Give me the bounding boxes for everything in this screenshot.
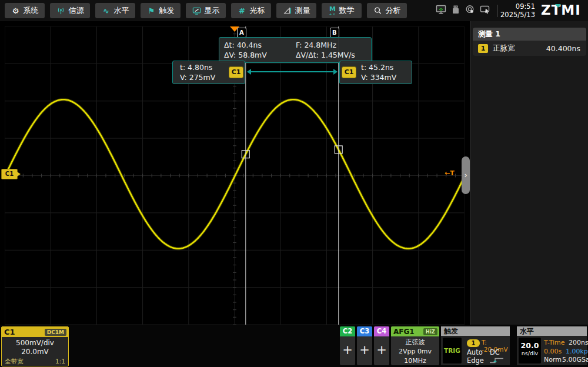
measurement-widget: 测量 1 1 正脉宽 40.400ns [473,28,586,56]
cursor-b-readout: t: 45.2ns V: 334mV C1 [339,61,412,84]
cursor-a-voltage: V: 275mV [180,72,215,82]
trigger-type: Edge [467,356,484,365]
horizontal-panel-title: 水平 [517,326,587,336]
menu-source-button[interactable]: 信源 [50,3,90,18]
menu-display-button[interactable]: 显示 [186,3,226,18]
menu-cursor-button[interactable]: # 光标 [231,3,271,18]
delta-v-value: ΔV: 58.8mV [224,51,296,59]
touch-gesture-icon[interactable] [465,5,475,17]
channel4-add-box[interactable]: C4 + [374,326,389,365]
measurement-name: 正脉宽 [493,44,515,54]
plus-icon[interactable]: + [340,336,355,363]
gear-icon: ⚙ [11,6,21,15]
menu-source-label: 信源 [69,5,84,16]
afg-amplitude: 2Vpp 0mv [391,347,439,356]
cursor-a-readout: t: 4.80ns V: 275mV C1 [172,61,245,84]
acquisition-mode: Norm [544,356,562,363]
trigger-status-indicator: TRIG [443,338,462,363]
oscilloscope-app: ⚙ 系统 信源 ∿ 水平 ⚑ 触发 显示 # 光标 [0,0,588,367]
channel1-coupling-badge: DC1M [45,329,66,336]
display-icon [192,6,202,15]
clock-date: 2025/5/13 [500,11,535,19]
trigger-sweep-mode: Auto [467,348,483,356]
channel1-name: C1 [4,328,15,336]
measurement-index-badge: 1 [478,44,488,53]
sample-rate-value: 5.00GSa/s [562,356,588,363]
cursor-a-handle[interactable]: A [237,28,246,38]
channel1-offset: 20.0mV [2,348,68,356]
channel1-scale: 500mV/div [2,339,68,348]
menubar: ⚙ 系统 信源 ∿ 水平 ⚑ 触发 显示 # 光标 [0,0,588,21]
trigger-panel[interactable]: 触发 TRIG 1 T: -20.0mV Auto DC Edge [441,326,510,365]
usb-icon [451,5,460,17]
menu-trigger-label: 触发 [159,5,175,16]
menu-measure-label: 测量 [295,5,310,16]
trigger-level-marker[interactable]: ←T [445,169,455,177]
logo-accent-icon [555,4,561,8]
freq-value: F: 24.8MHz [296,41,366,49]
plus-icon[interactable]: + [357,336,372,363]
timebase-value: 20.0 [519,341,541,350]
cursor-b-channel-badge: C1 [342,66,356,78]
channel1-bandwidth: 全带宽 [5,358,24,366]
plus-icon[interactable]: + [374,336,389,363]
menu-display-label: 显示 [205,5,220,16]
channel3-name: C3 [357,326,372,336]
afg-frequency: 10MHz [391,356,439,365]
menu-trigger-button[interactable]: ⚑ 触发 [141,3,181,18]
horizontal-panel[interactable]: 水平 20.0 ns/div T-Time 200ns 0.00s 1.00kp… [517,326,587,365]
menu-horizontal-button[interactable]: ∿ 水平 [95,3,135,18]
cursor-delta-readout: Δt: 40.4ns F: 24.8MHz ΔV: 58.8mV ΔV/Δt: … [219,37,372,63]
cursor-b-time: t: 45.2ns [361,62,396,72]
network-icon [436,5,446,17]
channel1-probe-ratio: 1:1 [55,358,65,366]
channel1-ground-marker[interactable]: C1 [1,169,18,179]
record-points-value: 1.00kpts [566,348,588,355]
bottom-status-bar: C1 DC1M 500mV/div 20.0mV 全带宽 1:1 C2 + C3… [0,325,588,367]
trigger-panel-title: 触发 [441,326,510,336]
measure-panel: 测量 1 1 正脉宽 40.400ns [470,21,588,325]
clock: 09:51 2025/5/13 [500,2,535,19]
broadcast-icon [56,6,66,15]
menu-analyze-button[interactable]: 分析 [367,3,407,18]
menu-system-button[interactable]: ⚙ 系统 [5,3,45,18]
horizontal-delay-value: 0.00s [544,348,562,355]
measurement-row[interactable]: 1 正脉宽 40.400ns [473,41,586,56]
menu-math-label: 数学 [339,5,355,16]
channel1-box[interactable]: C1 DC1M 500mV/div 20.0mV 全带宽 1:1 [1,326,69,366]
measurement-panel-title: 测量 1 [473,28,586,41]
time-range-value: 200ns [569,339,588,346]
channel2-add-box[interactable]: C2 + [340,326,355,365]
menu-cursor-label: 光标 [250,5,265,16]
menu-analyze-label: 分析 [386,5,401,16]
cursor-b-voltage: V: 334mV [361,72,396,82]
vertical-scrollbar[interactable]: › [462,156,470,194]
channel3-add-box[interactable]: C3 + [357,326,372,365]
timebase-scale-box: 20.0 ns/div [519,338,541,363]
afg-name: AFG1 [393,328,415,336]
menu-system-label: 系统 [24,5,39,16]
menu-math-button[interactable]: M+× 数学 [322,3,362,18]
afg-box[interactable]: AFG1 HiZ 正弦波 2Vpp 0mv 10MHz [391,326,439,365]
t-time-label: T-Time [544,339,565,346]
status-icons [436,5,490,17]
cursor-a-time: t: 4.80ns [180,62,215,72]
measure-triangle-icon [283,6,292,15]
magnifier-icon [373,6,383,15]
rising-edge-icon [488,356,506,366]
grid-cursor-icon: # [238,6,247,15]
cursor-b-handle[interactable]: B [330,28,339,38]
brand-logo: ZTMI [541,2,586,19]
channel4-name: C4 [374,326,389,336]
channel2-name: C2 [340,326,355,336]
afg-load-badge: HiZ [423,328,437,335]
afg-waveform-type: 正弦波 [391,338,439,346]
math-icon: M+× [329,6,336,16]
screen-touch-icon[interactable] [480,5,490,17]
menu-measure-button[interactable]: 测量 [276,3,316,18]
cursor-a-channel-badge: C1 [229,66,243,78]
measurement-value: 40.400ns [546,44,580,53]
timebase-unit: ns/div [519,350,541,356]
clock-time: 09:51 [500,2,535,11]
menu-horizontal-label: 水平 [114,5,129,16]
